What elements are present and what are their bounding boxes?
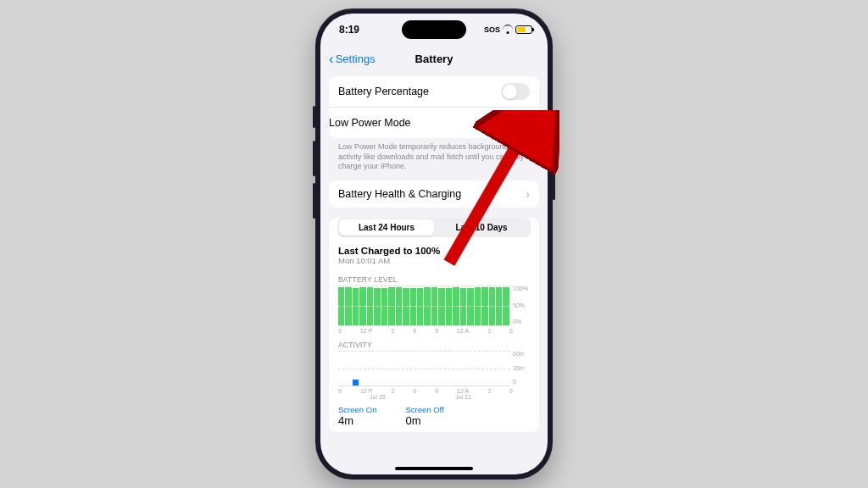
volume-up-button: [313, 141, 315, 176]
screen-off-label: Screen Off: [405, 405, 443, 414]
low-power-mode-row[interactable]: Low Power Mode: [329, 107, 539, 138]
volume-switch: [313, 106, 315, 128]
phone-frame: 8:19 SOS ‹ Settings Battery Battery Perc…: [315, 8, 553, 480]
screen-off-value: 0m: [405, 414, 443, 427]
activity-chart: [338, 351, 509, 386]
page-title: Battery: [415, 53, 453, 65]
date-label: Jul 20: [370, 394, 386, 400]
volume-down-button: [313, 183, 315, 219]
tab-last-24-hours[interactable]: Last 24 Hours: [339, 219, 434, 236]
chevron-right-icon: ›: [526, 187, 530, 201]
activity-heading: ACTIVITY: [329, 334, 539, 351]
battery-percentage-row[interactable]: Battery Percentage: [329, 76, 539, 107]
date-label: Jul 21: [455, 394, 471, 400]
x-axis-dates: Jul 20 Jul 21: [329, 394, 539, 400]
back-button[interactable]: ‹ Settings: [329, 52, 376, 66]
low-power-description: Low Power Mode temporarily reduces backg…: [329, 138, 539, 180]
last-charged-time: Mon 10:01 AM: [338, 256, 530, 265]
side-button: [553, 144, 555, 200]
screen: 8:19 SOS ‹ Settings Battery Battery Perc…: [320, 14, 548, 474]
battery-level-chart: [338, 286, 509, 326]
battery-health-row[interactable]: Battery Health & Charging ›: [329, 180, 539, 208]
wifi-icon: [503, 25, 513, 34]
x-axis-labels: 912 P36912 A36: [329, 326, 539, 334]
last-charged-title: Last Charged to 100%: [338, 246, 530, 256]
chart-card: Last 24 Hours Last 10 Days Last Charged …: [329, 218, 539, 432]
battery-health-label: Battery Health & Charging: [338, 188, 461, 200]
y-label: 30m: [513, 365, 530, 371]
chevron-left-icon: ‹: [329, 52, 334, 66]
navigation-bar: ‹ Settings Battery: [320, 46, 548, 71]
toggle-group: Battery Percentage Low Power Mode: [329, 76, 539, 138]
tab-last-10-days[interactable]: Last 10 Days: [434, 219, 529, 236]
y-label: 0: [513, 379, 530, 385]
x-axis-labels: 912 P36912 A36: [329, 386, 539, 394]
battery-icon: [515, 25, 532, 34]
y-label: 50%: [513, 302, 530, 308]
y-label: 100%: [513, 286, 530, 291]
y-label: 0%: [513, 319, 530, 324]
y-label: 60m: [513, 351, 530, 357]
battery-level-heading: BATTERY LEVEL: [329, 269, 539, 286]
screen-on-label: Screen On: [338, 405, 376, 414]
status-sos: SOS: [484, 25, 500, 34]
battery-percentage-toggle[interactable]: [501, 83, 530, 100]
dynamic-island: [402, 20, 466, 39]
home-indicator[interactable]: [395, 467, 473, 470]
battery-percentage-label: Battery Percentage: [338, 86, 429, 97]
status-time: 8:19: [339, 24, 359, 36]
low-power-mode-label: Low Power Mode: [329, 117, 411, 129]
time-range-segmented-control[interactable]: Last 24 Hours Last 10 Days: [337, 218, 531, 237]
back-label: Settings: [336, 53, 376, 65]
screen-on-value: 4m: [338, 414, 376, 427]
health-group: Battery Health & Charging ›: [329, 180, 539, 208]
low-power-mode-toggle[interactable]: [501, 114, 530, 131]
